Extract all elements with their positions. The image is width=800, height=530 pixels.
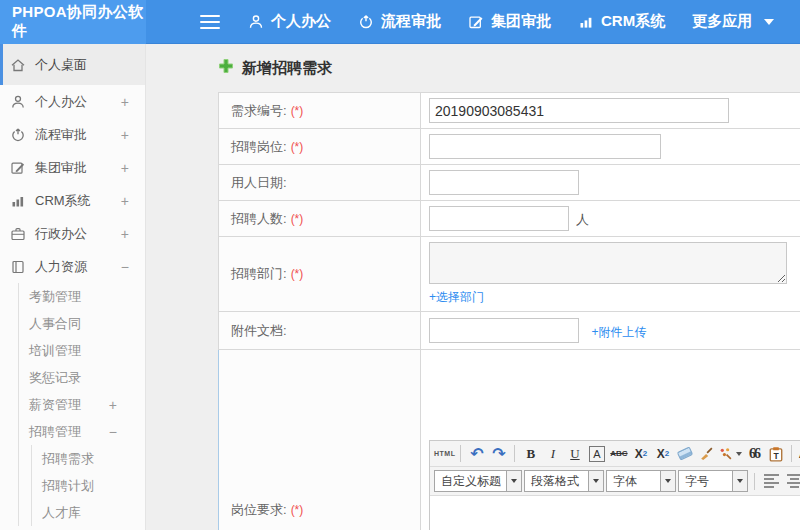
undo-icon[interactable]: ↶ (466, 443, 487, 464)
edit-icon (10, 160, 26, 176)
main-content: 新增招聘需求 需求编号:(*) 招聘岗位:(*) 用人日期: 招聘人数:(*) (146, 44, 800, 530)
subscript-button[interactable]: X2 (652, 443, 673, 464)
required-mark: (*) (291, 503, 304, 517)
headcount-input[interactable] (429, 206, 569, 231)
form-row-attachment: 附件文档: +附件上传 (219, 312, 800, 350)
menu-toggle-icon[interactable] (200, 11, 220, 33)
font-size-select[interactable]: 字号 (678, 470, 748, 492)
align-left-icon[interactable] (764, 474, 779, 488)
top-menu-crm[interactable]: CRM系统 (578, 12, 665, 31)
sidebar-item-admin-office[interactable]: 行政办公 + (0, 217, 145, 250)
form-row-requirements: 岗位要求:(*) HTML ↶ ↷ B I U A ABC (219, 350, 800, 530)
expand-icon[interactable]: + (121, 193, 129, 209)
collapse-icon[interactable]: − (109, 424, 117, 440)
remove-format-eraser-icon[interactable] (674, 443, 695, 464)
top-menu-more-apps[interactable]: 更多应用 (692, 12, 774, 31)
position-input[interactable] (429, 134, 661, 159)
sidebar-item-process-approval[interactable]: 流程审批 + (0, 118, 145, 151)
superscript-button[interactable]: X2 (630, 443, 651, 464)
font-family-select[interactable]: 字体 (606, 470, 676, 492)
sidebar-item-attendance[interactable]: 考勤管理 (19, 283, 145, 310)
sidebar: 个人桌面 个人办公 + 流程审批 + 集团审批 + CRM系统 + 行政办公 +… (0, 44, 146, 530)
attachment-upload-link[interactable]: +附件上传 (591, 325, 646, 339)
caret-down-icon (764, 19, 774, 25)
expand-icon[interactable]: + (121, 94, 129, 110)
sidebar-item-recruit-plan[interactable]: 招聘计划 (32, 472, 145, 499)
process-icon (10, 127, 26, 143)
headcount-unit: 人 (576, 212, 589, 227)
sidebar-item-personal-office[interactable]: 个人办公 + (0, 85, 145, 118)
svg-text:T: T (773, 450, 779, 460)
collapse-icon[interactable]: − (121, 259, 129, 275)
sidebar-item-training[interactable]: 培训管理 (19, 337, 145, 364)
caret-down-icon (506, 471, 521, 491)
expand-icon[interactable]: + (121, 127, 129, 143)
sidebar-item-recruit-request[interactable]: 招聘需求 (32, 445, 145, 472)
briefcase-icon (10, 226, 26, 242)
caret-down-icon (660, 471, 675, 491)
caret-down-icon (588, 471, 603, 491)
process-icon (358, 14, 374, 30)
form-row-hire-date: 用人日期: (219, 165, 800, 201)
strikethrough-button[interactable]: ABC (608, 443, 629, 464)
paragraph-format-select[interactable]: 段落格式 (524, 470, 604, 492)
expand-icon[interactable]: + (109, 397, 117, 413)
sidebar-item-recruitment[interactable]: 招聘管理 − (19, 418, 145, 445)
italic-button[interactable]: I (542, 443, 563, 464)
edit-icon (468, 14, 484, 30)
form-row-department: 招聘部门:(*) +选择部门 (219, 237, 800, 312)
caret-down-icon (732, 471, 747, 491)
form-row-headcount: 招聘人数:(*) 人 (219, 201, 800, 237)
sidebar-item-rewards[interactable]: 奖惩记录 (19, 364, 145, 391)
sidebar-item-hr-contract[interactable]: 人事合同 (19, 310, 145, 337)
underline-button[interactable]: U (564, 443, 585, 464)
sidebar-item-talent-pool[interactable]: 人才库 (32, 499, 145, 526)
choose-department-link[interactable]: +选择部门 (429, 289, 484, 306)
top-navbar: PHPOA协同办公软件 个人办公 流程审批 集团审批 CRM系统 更多应用 (0, 0, 800, 44)
department-textarea[interactable] (429, 242, 787, 284)
sidebar-item-group-approval[interactable]: 集团审批 + (0, 151, 145, 184)
bold-button[interactable]: B (520, 443, 541, 464)
sidebar-item-crm[interactable]: CRM系统 + (0, 184, 145, 217)
app-logo: PHPOA协同办公软件 (0, 0, 146, 44)
book-icon (10, 259, 26, 275)
chart-icon (10, 193, 26, 209)
form-row-request-no: 需求编号:(*) (219, 93, 800, 129)
sidebar-item-desktop[interactable]: 个人桌面 (0, 44, 145, 85)
editor-content-area[interactable] (430, 496, 800, 530)
attachment-input[interactable] (429, 318, 579, 343)
user-icon (248, 14, 264, 30)
top-menu: 个人办公 流程审批 集团审批 CRM系统 更多应用 (248, 12, 774, 31)
format-brush-icon[interactable] (696, 443, 717, 464)
hire-date-input[interactable] (429, 170, 579, 195)
expand-icon[interactable]: + (121, 226, 129, 242)
required-mark: (*) (291, 104, 304, 118)
top-menu-personal-office[interactable]: 个人办公 (248, 12, 331, 31)
sidebar-submenu-hr: 考勤管理 人事合同 培训管理 奖惩记录 薪资管理 + 招聘管理 − 招聘需求 招… (18, 283, 145, 526)
sidebar-item-salary[interactable]: 薪资管理 + (19, 391, 145, 418)
request-no-input[interactable] (429, 98, 729, 123)
page-title: 新增招聘需求 (218, 58, 800, 78)
user-icon (10, 94, 26, 110)
sidebar-item-hr[interactable]: 人力资源 − (0, 250, 145, 283)
sidebar-submenu-recruitment: 招聘需求 招聘计划 人才库 (31, 445, 145, 526)
blockquote-icon[interactable]: 66 (743, 443, 764, 464)
align-center-icon[interactable] (787, 474, 800, 488)
required-mark: (*) (291, 212, 304, 226)
home-icon (10, 57, 26, 73)
form-row-position: 招聘岗位:(*) (219, 129, 800, 165)
paste-as-text-icon[interactable]: T (765, 443, 786, 464)
recruit-request-form: 需求编号:(*) 招聘岗位:(*) 用人日期: 招聘人数:(*) 人 (218, 92, 800, 530)
redo-icon[interactable]: ↷ (488, 443, 509, 464)
top-menu-process-approval[interactable]: 流程审批 (358, 12, 441, 31)
source-code-button[interactable]: HTML (434, 443, 455, 464)
top-menu-group-approval[interactable]: 集团审批 (468, 12, 551, 31)
editor-toolbar-row1: HTML ↶ ↷ B I U A ABC X2 X2 (430, 441, 800, 467)
color-pen-icon[interactable] (718, 443, 742, 464)
add-plus-icon (218, 58, 234, 78)
font-style-button[interactable]: A (589, 446, 605, 462)
expand-icon[interactable]: + (121, 160, 129, 176)
required-mark: (*) (291, 140, 304, 154)
editor-toolbar-row2: 自定义标题 段落格式 字体 字号 (430, 467, 800, 496)
custom-title-select[interactable]: 自定义标题 (434, 470, 522, 492)
